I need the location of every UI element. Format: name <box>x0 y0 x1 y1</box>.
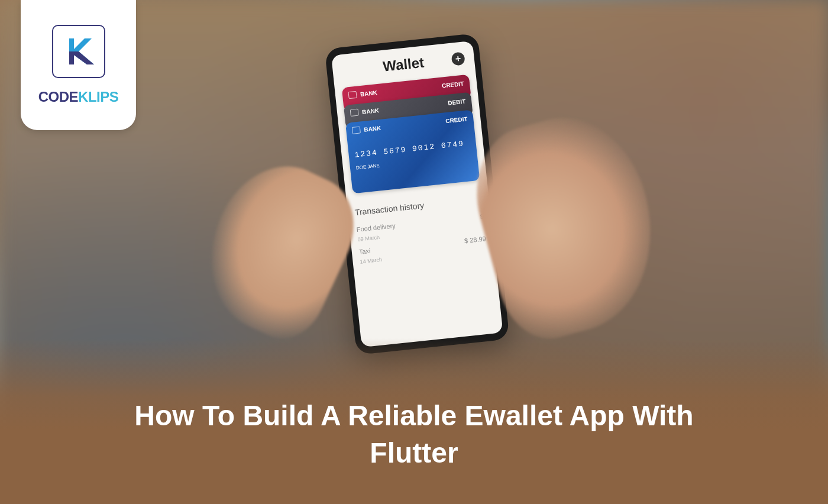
plus-icon: + <box>451 52 465 66</box>
chip-icon <box>348 91 357 99</box>
card-type: CREDIT <box>441 80 464 89</box>
wallet-title: Wallet <box>382 54 425 75</box>
wallet-header: Wallet + <box>339 50 468 79</box>
card-type: CREDIT <box>445 115 468 124</box>
transaction-label: Taxi <box>358 247 371 256</box>
bank-card-credit-blue: BANK CREDIT 1234 5679 9012 6749 DOE JANE <box>345 110 480 194</box>
hero-image: CODEKLIPS Wallet + BANK CREDIT <box>0 0 828 504</box>
chip-icon <box>352 127 361 134</box>
chip-icon <box>350 109 359 117</box>
logo-k-icon <box>61 34 96 69</box>
card-type: DEBIT <box>448 98 466 106</box>
card-bank-label: BANK <box>352 124 381 134</box>
card-bank-label: BANK <box>348 89 378 99</box>
logo-mark-icon <box>52 25 105 78</box>
logo-card: CODEKLIPS <box>21 0 136 130</box>
logo-text-klips: KLIPS <box>78 89 118 105</box>
title-overlay: How To Build A Reliable Ewallet App With… <box>0 338 828 504</box>
logo-text: CODEKLIPS <box>38 89 119 105</box>
card-bank-label: BANK <box>350 106 380 117</box>
cards-stack: BANK CREDIT BANK DEBIT BANK CREDIT <box>342 75 480 194</box>
main-title: How To Build A Reliable Ewallet App With… <box>89 398 739 471</box>
logo-text-code: CODE <box>38 89 78 105</box>
transaction-section: Transaction history Food delivery $ 09 M… <box>354 190 487 268</box>
